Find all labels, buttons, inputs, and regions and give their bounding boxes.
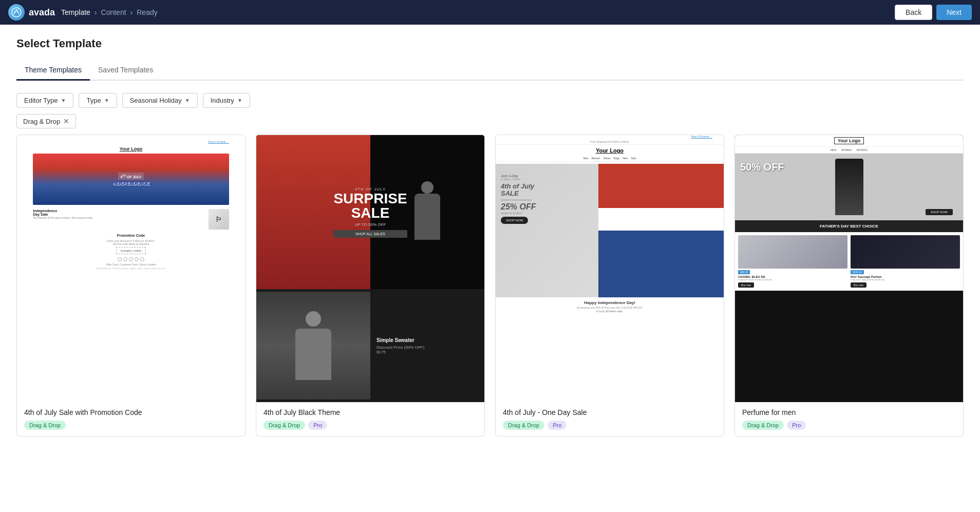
breadcrumb-template[interactable]: Template (61, 8, 90, 16)
remove-filter-button[interactable]: ✕ (63, 117, 69, 125)
view-in-browser-1[interactable]: View in browser ... (33, 140, 229, 143)
p3-applied: Applied to all items (501, 212, 536, 215)
p3-sale-big: 4th of JulySALE (501, 183, 536, 198)
filter-industry[interactable]: Industry ▼ (203, 93, 250, 108)
nav-right: Back Next (895, 5, 972, 20)
avada-logo-text: avada (29, 7, 55, 18)
top-navigation: avada Template › Content › Ready Back Ne… (0, 0, 980, 25)
badge-pro-2: Pro (308, 421, 327, 430)
p3-footer-text: Happy Independence Day! (584, 300, 635, 305)
template-name-2: 4th of July Black Theme (263, 408, 477, 416)
template-preview-1: View in browser ... Your Logo 4TH OF JUL… (17, 135, 245, 402)
p1-desc: We treasure all the past victories. We t… (33, 216, 206, 220)
p4-prod1-btn[interactable]: Buy now (738, 282, 754, 288)
template-card-3[interactable]: View in Browser ... Free Shipping Over $… (495, 135, 724, 437)
p4-prod2-price: $155.00 (851, 270, 864, 274)
filter-type-arrow: ▼ (104, 98, 109, 103)
breadcrumb: Template › Content › Ready (61, 8, 158, 16)
p4-section-title: FATHER'S DAY BEST CHOICE (735, 220, 963, 232)
template-footer-1: 4th of July Sale with Promotion Code Dra… (17, 402, 245, 436)
p4-prod1-img (738, 235, 847, 269)
p3-in-store: In Store + Online (501, 178, 536, 181)
tab-theme-templates[interactable]: Theme Templates (16, 61, 90, 81)
p1-logo: Your Logo (120, 146, 142, 151)
filter-editor-type-arrow: ▼ (61, 98, 66, 103)
avada-logo-icon (8, 4, 25, 21)
template-footer-2: 4th of July Black Theme Drag & Drop Pro (256, 402, 484, 436)
p4-product-1: $98.00 CHANEL BLEU DE Fragrance Family: … (738, 235, 847, 288)
p2-sweater-price-label: Discount Price (50% OFF) (376, 345, 424, 350)
preview-content-1: View in browser ... Your Logo 4TH OF JUL… (17, 135, 245, 402)
template-name-1: 4th of July Sale with Promotion Code (24, 408, 238, 416)
filter-industry-label: Industry (211, 97, 234, 104)
p1-content: IndependenceDay Sale We treasure all the… (33, 209, 229, 230)
filter-type[interactable]: Type ▼ (79, 93, 117, 108)
active-filter-label: Drag & Drop (23, 118, 60, 125)
p2-sweater-price: Discount Price (50% OFF) $175 (376, 345, 478, 354)
template-badges-1: Drag & Drop (24, 421, 238, 430)
p3-view-browser[interactable]: View in Browser ... (507, 135, 712, 138)
filter-editor-type[interactable]: Editor Type ▼ (16, 93, 73, 108)
template-preview-2: 4TH OF JULY SURPRISE SALE UP TO 50% OFF … (256, 135, 484, 402)
p2-bottom: Simple Sweater Discount Price (50% OFF) … (256, 289, 484, 402)
p1-title: IndependenceDay Sale (33, 209, 206, 216)
p1-icon-yt (140, 257, 144, 261)
p4-nav: MEN WOMEN BRANDS (735, 147, 963, 154)
p2-hero: 4TH OF JULY SURPRISE SALE UP TO 50% OFF … (256, 135, 484, 289)
template-card-1[interactable]: View in browser ... Your Logo 4TH OF JUL… (16, 135, 246, 437)
p2-text: 4TH OF JULY SURPRISE SALE UP TO 50% OFF … (333, 187, 407, 238)
badge-pro-3: Pro (548, 421, 567, 430)
p4-shop-btn[interactable]: SHOP NOW (926, 209, 953, 215)
template-footer-4: Perfume for men Drag & Drop Pro (735, 402, 963, 436)
p3-shop-btn[interactable]: SHOP NOW (501, 217, 528, 224)
tabs-container: Theme Templates Saved Templates (16, 61, 964, 81)
p3-off-big: 25% OFF (501, 202, 536, 212)
p2-surprise: SURPRISE (333, 192, 407, 206)
tab-saved-templates[interactable]: Saved Templates (90, 61, 161, 81)
template-card-2[interactable]: 4TH OF JULY SURPRISE SALE UP TO 50% OFF … (256, 135, 485, 437)
p4-nav-brands: BRANDS (857, 148, 868, 151)
filter-seasonal-holiday[interactable]: Seasonal Holiday ▼ (122, 93, 198, 108)
p1-icon-ig (129, 257, 133, 261)
p1-promo-text: Enjoy your discount in 3 days for all it… (107, 239, 155, 245)
p3-nav-sale: Sale (631, 157, 636, 160)
nav-left: avada Template › Content › Ready (8, 4, 158, 21)
p3-nav-men: Men (583, 157, 589, 160)
p2-sale: SALE (333, 206, 407, 220)
p4-prod2-btn[interactable]: Buy now (851, 282, 866, 288)
p3-shipping: Free Shipping Over $150 or More! (496, 139, 724, 145)
badge-dragdrop-4: Drag & Drop (742, 421, 784, 430)
preview-content-4: Your Logo MEN WOMEN BRANDS 50% OFF SHOP … (735, 135, 963, 402)
p1-social-icons (118, 257, 144, 261)
badge-dragdrop-2: Drag & Drop (263, 421, 305, 430)
p3-footer-sub: All products are 25% off from now July 4… (572, 306, 648, 313)
p3-flag (598, 164, 724, 297)
p2-shop-btn[interactable]: SHOP ALL SALES (333, 230, 407, 238)
back-button[interactable]: Back (895, 5, 932, 20)
p3-hero: Just 1-Day In Store + Online 4th of July… (496, 164, 724, 297)
next-button[interactable]: Next (936, 5, 972, 20)
filters-row: Editor Type ▼ Type ▼ Seasonal Holiday ▼ … (16, 93, 964, 108)
preview-content-3: View in Browser ... Free Shipping Over $… (496, 135, 724, 402)
p4-nav-men: MEN (831, 148, 836, 151)
p4-off-text: 50% OFF (740, 161, 784, 173)
p2-person (256, 292, 370, 400)
p2-sweater-title: Simple Sweater (376, 337, 478, 343)
p2-person-inner (256, 292, 370, 400)
p4-product-2: $155.00 Dior Sauvage Parfum Fragrance Fa… (851, 235, 960, 288)
p3-just-1day: Just 1-Day (501, 174, 536, 178)
breadcrumb-sep-2: › (130, 8, 133, 16)
breadcrumb-content[interactable]: Content (101, 8, 126, 16)
preview-content-2: 4TH OF JULY SURPRISE SALE UP TO 50% OFF … (256, 135, 484, 402)
template-card-4[interactable]: Your Logo MEN WOMEN BRANDS 50% OFF SHOP … (734, 135, 964, 437)
active-filter-chip: Drag & Drop ✕ (16, 114, 76, 128)
p1-text-block: IndependenceDay Sale We treasure all the… (33, 209, 206, 220)
template-badges-4: Drag & Drop Pro (742, 421, 956, 430)
breadcrumb-ready[interactable]: Ready (137, 8, 157, 16)
filter-industry-arrow: ▼ (237, 98, 242, 103)
p4-products: $98.00 CHANEL BLEU DE Fragrance Family: … (735, 232, 963, 291)
filter-seasonal-arrow: ▼ (185, 98, 190, 103)
p3-nav-new: New (623, 157, 628, 160)
p4-logo: Your Logo (834, 137, 864, 144)
template-badges-3: Drag & Drop Pro (503, 421, 717, 430)
